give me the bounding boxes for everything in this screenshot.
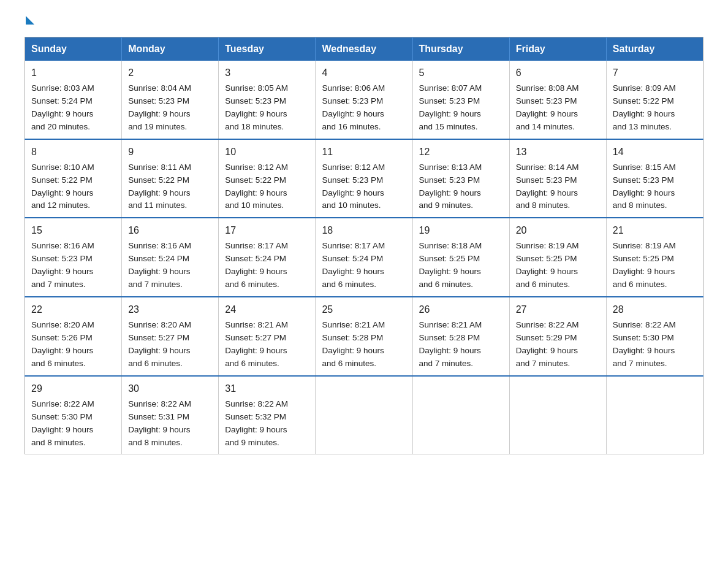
day-info: Sunrise: 8:15 AMSunset: 5:23 PMDaylight:… bbox=[613, 161, 697, 213]
day-info: Sunrise: 8:20 AMSunset: 5:26 PMDaylight:… bbox=[31, 319, 115, 370]
day-number: 22 bbox=[31, 302, 115, 317]
day-number: 14 bbox=[613, 145, 697, 159]
day-number: 11 bbox=[322, 145, 406, 159]
day-info: Sunrise: 8:18 AMSunset: 5:25 PMDaylight:… bbox=[419, 240, 503, 291]
day-number: 24 bbox=[225, 302, 309, 317]
day-number: 4 bbox=[322, 66, 406, 80]
day-cell: 31Sunrise: 8:22 AMSunset: 5:32 PMDayligh… bbox=[219, 376, 316, 454]
day-cell: 14Sunrise: 8:15 AMSunset: 5:23 PMDayligh… bbox=[606, 139, 703, 218]
day-info: Sunrise: 8:20 AMSunset: 5:27 PMDaylight:… bbox=[128, 319, 212, 370]
day-info: Sunrise: 8:08 AMSunset: 5:23 PMDaylight:… bbox=[516, 82, 600, 134]
day-cell bbox=[316, 376, 412, 454]
column-header-tuesday: Tuesday bbox=[219, 37, 316, 61]
day-info: Sunrise: 8:07 AMSunset: 5:23 PMDaylight:… bbox=[419, 82, 503, 134]
column-header-friday: Friday bbox=[509, 37, 606, 61]
day-cell: 26Sunrise: 8:21 AMSunset: 5:28 PMDayligh… bbox=[412, 297, 509, 376]
day-info: Sunrise: 8:21 AMSunset: 5:27 PMDaylight:… bbox=[225, 319, 309, 370]
day-cell: 29Sunrise: 8:22 AMSunset: 5:30 PMDayligh… bbox=[25, 376, 122, 454]
day-cell: 7Sunrise: 8:09 AMSunset: 5:22 PMDaylight… bbox=[606, 61, 703, 139]
day-number: 3 bbox=[225, 66, 309, 80]
day-info: Sunrise: 8:10 AMSunset: 5:22 PMDaylight:… bbox=[31, 161, 115, 213]
day-info: Sunrise: 8:22 AMSunset: 5:29 PMDaylight:… bbox=[516, 319, 600, 370]
column-header-monday: Monday bbox=[122, 37, 219, 61]
calendar-header-row: SundayMondayTuesdayWednesdayThursdayFrid… bbox=[25, 37, 703, 61]
day-info: Sunrise: 8:04 AMSunset: 5:23 PMDaylight:… bbox=[128, 82, 212, 134]
day-cell: 25Sunrise: 8:21 AMSunset: 5:28 PMDayligh… bbox=[316, 297, 412, 376]
day-cell: 18Sunrise: 8:17 AMSunset: 5:24 PMDayligh… bbox=[316, 218, 412, 297]
day-cell: 23Sunrise: 8:20 AMSunset: 5:27 PMDayligh… bbox=[122, 297, 219, 376]
week-row-1: 1Sunrise: 8:03 AMSunset: 5:24 PMDaylight… bbox=[25, 61, 703, 139]
day-cell: 8Sunrise: 8:10 AMSunset: 5:22 PMDaylight… bbox=[25, 139, 122, 218]
day-number: 25 bbox=[322, 302, 406, 317]
day-cell: 10Sunrise: 8:12 AMSunset: 5:22 PMDayligh… bbox=[219, 139, 316, 218]
day-info: Sunrise: 8:21 AMSunset: 5:28 PMDaylight:… bbox=[322, 319, 406, 370]
day-info: Sunrise: 8:14 AMSunset: 5:23 PMDaylight:… bbox=[516, 161, 600, 213]
day-number: 29 bbox=[31, 381, 115, 396]
day-info: Sunrise: 8:19 AMSunset: 5:25 PMDaylight:… bbox=[613, 240, 697, 291]
day-info: Sunrise: 8:22 AMSunset: 5:30 PMDaylight:… bbox=[613, 319, 697, 370]
week-row-5: 29Sunrise: 8:22 AMSunset: 5:30 PMDayligh… bbox=[25, 376, 703, 454]
day-number: 12 bbox=[419, 145, 503, 159]
day-info: Sunrise: 8:11 AMSunset: 5:22 PMDaylight:… bbox=[128, 161, 212, 213]
day-cell: 22Sunrise: 8:20 AMSunset: 5:26 PMDayligh… bbox=[25, 297, 122, 376]
day-cell: 28Sunrise: 8:22 AMSunset: 5:30 PMDayligh… bbox=[606, 297, 703, 376]
day-number: 19 bbox=[419, 223, 503, 238]
day-number: 27 bbox=[516, 302, 600, 317]
day-cell: 16Sunrise: 8:16 AMSunset: 5:24 PMDayligh… bbox=[122, 218, 219, 297]
day-info: Sunrise: 8:06 AMSunset: 5:23 PMDaylight:… bbox=[322, 82, 406, 134]
day-info: Sunrise: 8:13 AMSunset: 5:23 PMDaylight:… bbox=[419, 161, 503, 213]
day-cell: 19Sunrise: 8:18 AMSunset: 5:25 PMDayligh… bbox=[412, 218, 509, 297]
day-cell bbox=[606, 376, 703, 454]
day-info: Sunrise: 8:19 AMSunset: 5:25 PMDaylight:… bbox=[516, 240, 600, 291]
day-cell: 4Sunrise: 8:06 AMSunset: 5:23 PMDaylight… bbox=[316, 61, 412, 139]
column-header-thursday: Thursday bbox=[412, 37, 509, 61]
day-number: 20 bbox=[516, 223, 600, 238]
week-row-3: 15Sunrise: 8:16 AMSunset: 5:23 PMDayligh… bbox=[25, 218, 703, 297]
day-number: 26 bbox=[419, 302, 503, 317]
day-number: 28 bbox=[613, 302, 697, 317]
day-info: Sunrise: 8:03 AMSunset: 5:24 PMDaylight:… bbox=[31, 82, 115, 134]
day-number: 7 bbox=[613, 66, 697, 80]
day-cell: 2Sunrise: 8:04 AMSunset: 5:23 PMDaylight… bbox=[122, 61, 219, 139]
day-cell: 9Sunrise: 8:11 AMSunset: 5:22 PMDaylight… bbox=[122, 139, 219, 218]
day-cell: 11Sunrise: 8:12 AMSunset: 5:23 PMDayligh… bbox=[316, 139, 412, 218]
week-row-4: 22Sunrise: 8:20 AMSunset: 5:26 PMDayligh… bbox=[25, 297, 703, 376]
day-number: 23 bbox=[128, 302, 212, 317]
day-info: Sunrise: 8:16 AMSunset: 5:24 PMDaylight:… bbox=[128, 240, 212, 291]
day-info: Sunrise: 8:17 AMSunset: 5:24 PMDaylight:… bbox=[322, 240, 406, 291]
day-cell: 13Sunrise: 8:14 AMSunset: 5:23 PMDayligh… bbox=[509, 139, 606, 218]
day-info: Sunrise: 8:22 AMSunset: 5:31 PMDaylight:… bbox=[128, 398, 212, 450]
day-number: 15 bbox=[31, 223, 115, 238]
day-cell: 24Sunrise: 8:21 AMSunset: 5:27 PMDayligh… bbox=[219, 297, 316, 376]
day-cell bbox=[412, 376, 509, 454]
day-number: 31 bbox=[225, 381, 309, 396]
day-cell bbox=[509, 376, 606, 454]
day-info: Sunrise: 8:12 AMSunset: 5:22 PMDaylight:… bbox=[225, 161, 309, 213]
day-number: 16 bbox=[128, 223, 212, 238]
day-number: 5 bbox=[419, 66, 503, 80]
day-number: 13 bbox=[516, 145, 600, 159]
day-info: Sunrise: 8:21 AMSunset: 5:28 PMDaylight:… bbox=[419, 319, 503, 370]
week-row-2: 8Sunrise: 8:10 AMSunset: 5:22 PMDaylight… bbox=[25, 139, 703, 218]
day-number: 6 bbox=[516, 66, 600, 80]
page-header bbox=[25, 18, 703, 25]
logo bbox=[25, 18, 34, 25]
day-number: 1 bbox=[31, 66, 115, 80]
day-info: Sunrise: 8:16 AMSunset: 5:23 PMDaylight:… bbox=[31, 240, 115, 291]
day-number: 9 bbox=[128, 145, 212, 159]
day-cell: 30Sunrise: 8:22 AMSunset: 5:31 PMDayligh… bbox=[122, 376, 219, 454]
day-info: Sunrise: 8:12 AMSunset: 5:23 PMDaylight:… bbox=[322, 161, 406, 213]
column-header-saturday: Saturday bbox=[606, 37, 703, 61]
day-cell: 3Sunrise: 8:05 AMSunset: 5:23 PMDaylight… bbox=[219, 61, 316, 139]
calendar-table: SundayMondayTuesdayWednesdayThursdayFrid… bbox=[25, 37, 703, 454]
column-header-wednesday: Wednesday bbox=[316, 37, 412, 61]
day-info: Sunrise: 8:22 AMSunset: 5:32 PMDaylight:… bbox=[225, 398, 309, 450]
day-cell: 1Sunrise: 8:03 AMSunset: 5:24 PMDaylight… bbox=[25, 61, 122, 139]
day-number: 30 bbox=[128, 381, 212, 396]
day-number: 8 bbox=[31, 145, 115, 159]
day-number: 21 bbox=[613, 223, 697, 238]
day-cell: 21Sunrise: 8:19 AMSunset: 5:25 PMDayligh… bbox=[606, 218, 703, 297]
logo-triangle-icon bbox=[26, 16, 34, 25]
day-cell: 20Sunrise: 8:19 AMSunset: 5:25 PMDayligh… bbox=[509, 218, 606, 297]
day-cell: 5Sunrise: 8:07 AMSunset: 5:23 PMDaylight… bbox=[412, 61, 509, 139]
